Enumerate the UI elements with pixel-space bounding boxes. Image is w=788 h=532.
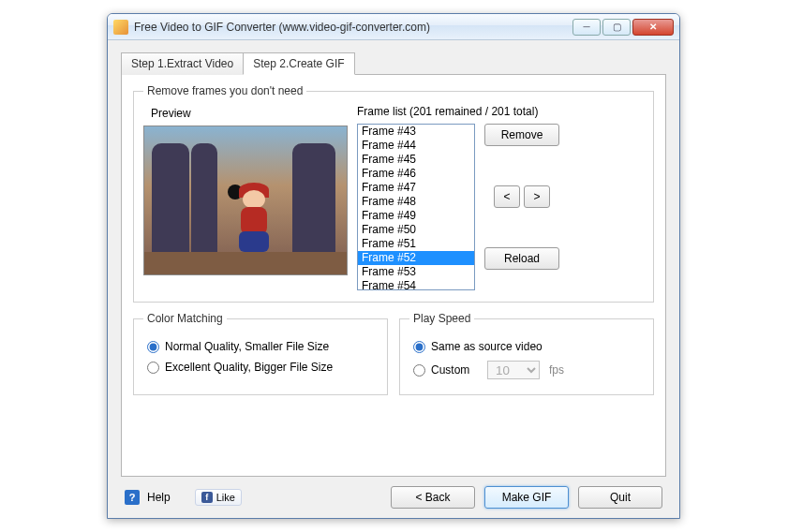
list-item[interactable]: Frame #47: [358, 181, 474, 195]
radio-same-label: Same as source video: [431, 340, 543, 353]
tab-step1[interactable]: Step 1.Extract Video: [121, 52, 244, 75]
list-item[interactable]: Frame #43: [358, 125, 474, 139]
color-matching-group: Color Matching Normal Quality, Smaller F…: [133, 312, 388, 395]
make-gif-button[interactable]: Make GIF: [484, 486, 569, 509]
fps-select[interactable]: 10: [487, 361, 540, 379]
radio-same-input[interactable]: [413, 341, 425, 353]
list-item[interactable]: Frame #48: [358, 195, 474, 209]
radio-excellent-quality[interactable]: Excellent Quality, Bigger File Size: [147, 361, 378, 374]
frames-legend: Remove frames you don't need: [143, 84, 306, 97]
facebook-icon: f: [201, 492, 213, 503]
back-button[interactable]: < Back: [391, 486, 475, 509]
framelist-label: Frame list (201 remained / 201 total): [357, 105, 644, 118]
quit-button[interactable]: Quit: [578, 486, 662, 509]
footer: ? Help f Like < Back Make GIF Quit: [121, 477, 666, 509]
speed-legend: Play Speed: [409, 312, 474, 325]
radio-normal-quality[interactable]: Normal Quality, Smaller File Size: [147, 340, 378, 353]
tab-step2[interactable]: Step 2.Create GIF: [243, 52, 354, 75]
frames-group: Remove frames you don't need Preview Fra…: [133, 84, 654, 303]
list-item[interactable]: Frame #51: [358, 237, 474, 251]
help-label[interactable]: Help: [147, 491, 171, 504]
list-item[interactable]: Frame #52: [358, 251, 474, 265]
help-icon[interactable]: ?: [125, 490, 140, 505]
radio-custom-label: Custom: [431, 363, 469, 377]
play-speed-group: Play Speed Same as source video Custom 1…: [399, 312, 654, 395]
close-button[interactable]: ✕: [632, 19, 674, 36]
tab-pane: Remove frames you don't need Preview Fra…: [121, 74, 666, 477]
list-item[interactable]: Frame #44: [358, 139, 474, 153]
like-button[interactable]: f Like: [195, 489, 242, 506]
list-item[interactable]: Frame #45: [358, 153, 474, 167]
remove-button[interactable]: Remove: [484, 124, 559, 146]
list-item[interactable]: Frame #46: [358, 167, 474, 181]
frame-listbox[interactable]: Frame #43Frame #44Frame #45Frame #46Fram…: [357, 124, 475, 290]
radio-speed-same[interactable]: Same as source video: [413, 340, 644, 353]
like-label: Like: [216, 492, 235, 503]
radio-normal-input[interactable]: [147, 341, 159, 353]
list-item[interactable]: Frame #49: [358, 209, 474, 223]
radio-excellent-input[interactable]: [147, 362, 159, 374]
preview-label: Preview: [151, 107, 348, 120]
preview-image: [143, 126, 348, 275]
list-item[interactable]: Frame #54: [358, 279, 474, 290]
app-window: Free Video to GIF Converter (www.video-g…: [107, 13, 680, 519]
list-item[interactable]: Frame #50: [358, 223, 474, 237]
maximize-button[interactable]: ▢: [602, 19, 631, 36]
radio-normal-label: Normal Quality, Smaller File Size: [165, 340, 329, 353]
color-legend: Color Matching: [143, 312, 227, 325]
reload-button[interactable]: Reload: [484, 247, 559, 270]
next-frame-button[interactable]: >: [524, 185, 550, 208]
list-item[interactable]: Frame #53: [358, 265, 474, 279]
tabstrip: Step 1.Extract Video Step 2.Create GIF: [121, 52, 666, 75]
fps-unit: fps: [549, 363, 564, 377]
client-area: Step 1.Extract Video Step 2.Create GIF R…: [108, 40, 679, 518]
radio-speed-custom[interactable]: Custom 10 fps: [413, 361, 644, 379]
window-title: Free Video to GIF Converter (www.video-g…: [134, 21, 571, 34]
minimize-button[interactable]: ─: [572, 19, 601, 36]
radio-excellent-label: Excellent Quality, Bigger File Size: [165, 361, 333, 374]
window-controls: ─ ▢ ✕: [571, 19, 674, 36]
titlebar[interactable]: Free Video to GIF Converter (www.video-g…: [108, 14, 679, 40]
radio-custom-input[interactable]: [413, 364, 425, 377]
prev-frame-button[interactable]: <: [494, 185, 520, 208]
app-icon: [113, 20, 128, 35]
